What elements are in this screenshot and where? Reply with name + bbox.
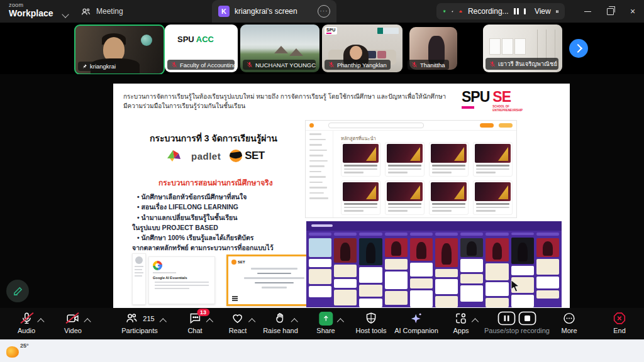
apps-button[interactable]: Apps xyxy=(453,311,469,334)
padlet-photo-card xyxy=(309,238,331,257)
padlet-card xyxy=(334,279,357,288)
padlet-card xyxy=(309,259,331,267)
apps-options-chevron[interactable] xyxy=(472,318,479,325)
more-icon xyxy=(563,312,576,325)
padlet-card xyxy=(309,286,331,297)
video-tile-yaowaree[interactable]: เยาวรี สินเจริญพาณิชย์ xyxy=(483,25,562,72)
course-card xyxy=(429,180,469,215)
mic-muted-icon xyxy=(411,61,418,69)
participants-count: 215 xyxy=(143,315,154,322)
chat-options-chevron[interactable] xyxy=(206,318,213,325)
participant-name: NUCHANAT YOUNGC... xyxy=(255,62,316,69)
video-tile-thanittha[interactable]: Thanittha xyxy=(405,25,462,72)
video-options-chevron[interactable] xyxy=(84,318,91,325)
tab-options-icon[interactable]: ··· xyxy=(318,5,330,18)
spu-se-logo: SPU SE SCHOOL OFENTREPRENEURSHIP xyxy=(462,90,523,112)
padlet-logo-text: padlet xyxy=(191,151,221,162)
padlet-card xyxy=(410,278,433,289)
host-tools-shield-icon xyxy=(364,312,377,325)
screen-tab-avatar: K xyxy=(218,6,230,17)
weather-temp: 25° xyxy=(20,343,29,349)
pause-recording-icon[interactable] xyxy=(497,311,516,326)
meeting-icon xyxy=(80,6,91,17)
audio-options-chevron[interactable] xyxy=(37,318,44,325)
stop-recording-icon[interactable] xyxy=(524,8,526,14)
close-button[interactable]: × xyxy=(622,0,643,23)
set-circle-icon xyxy=(230,150,242,162)
participants-options-chevron[interactable] xyxy=(160,318,167,325)
course-card-grid xyxy=(341,142,513,215)
next-participants-button[interactable] xyxy=(569,39,588,58)
share-options-chevron[interactable] xyxy=(336,318,343,325)
google-g-icon xyxy=(153,261,162,270)
course-card xyxy=(385,142,425,177)
workspace-chevron-icon[interactable] xyxy=(63,8,68,19)
video-button[interactable]: Video xyxy=(64,311,82,334)
screen-tab-label: kriangkrai's screen xyxy=(235,7,297,16)
share-button[interactable]: Share xyxy=(316,311,335,334)
video-tile-kriangkrai[interactable]: kriangkrai xyxy=(74,25,165,75)
course-card xyxy=(429,142,469,177)
mic-muted-icon xyxy=(247,61,253,69)
video-tile-nuchanat[interactable]: NUCHANAT YOUNGC... xyxy=(240,25,319,72)
ai-sparkle-icon[interactable] xyxy=(451,7,454,16)
mic-muted-icon xyxy=(328,61,335,69)
titlebar: zoom Workplace Meeting K kriangkrai's sc… xyxy=(0,0,644,23)
padlet-photo-card xyxy=(460,238,483,257)
participant-name: Faculty of Accounting ... xyxy=(180,62,235,69)
minimize-button[interactable] xyxy=(577,0,598,23)
raise-hand-button[interactable]: Raise hand xyxy=(263,311,298,334)
course-thumbnail xyxy=(475,144,511,163)
video-tile-phanthip[interactable]: SPU Phanthip Yangklan xyxy=(322,25,402,72)
padlet-card xyxy=(460,285,483,302)
taskbar-weather-widget[interactable]: 25° xyxy=(6,343,29,358)
set-cert-logo: SET xyxy=(231,260,317,265)
ai-companion-button[interactable]: AI Companion xyxy=(394,311,438,334)
padlet-photo-card xyxy=(334,238,357,263)
course-card xyxy=(385,180,425,215)
course-thumbnail xyxy=(387,182,423,201)
padlet-board-screenshot xyxy=(306,221,562,307)
react-button[interactable]: React xyxy=(229,311,247,334)
padlet-card xyxy=(435,269,458,277)
raise-hand-icon xyxy=(274,312,287,325)
react-options-chevron[interactable] xyxy=(248,318,255,325)
chat-button[interactable]: 13 Chat xyxy=(187,311,202,334)
workplace-logo-text: Workplace xyxy=(9,9,53,18)
raise-hand-options-chevron[interactable] xyxy=(291,318,298,325)
stop-recording-icon[interactable] xyxy=(518,311,536,326)
meeting-tab-label: Meeting xyxy=(96,7,123,16)
pause-recording-icon[interactable] xyxy=(514,8,519,14)
padlet-column xyxy=(309,233,331,307)
host-tools-button[interactable]: Host tools xyxy=(356,311,387,334)
annotate-button[interactable] xyxy=(6,280,29,302)
course-thumbnail xyxy=(431,182,467,201)
view-button[interactable]: View xyxy=(535,7,551,16)
padlet-column xyxy=(460,233,483,307)
view-grid-icon[interactable] xyxy=(556,8,558,15)
padlet-card xyxy=(385,291,408,305)
padlet-photo-card xyxy=(410,238,433,261)
padlet-column xyxy=(435,233,458,307)
audio-button[interactable]: Audio xyxy=(18,311,35,334)
chat-badge: 13 xyxy=(197,309,209,316)
participant-name: kriangkrai xyxy=(90,63,116,70)
tab-meeting[interactable]: Meeting xyxy=(80,0,123,23)
padlet-card xyxy=(385,272,408,289)
padlet-card xyxy=(435,296,458,307)
mic-muted-icon xyxy=(171,61,177,69)
apps-icon xyxy=(454,312,467,325)
security-shield-icon[interactable] xyxy=(443,6,446,16)
padlet-card xyxy=(460,259,483,272)
tab-shared-screen[interactable]: K kriangkrai's screen ··· xyxy=(212,0,336,23)
restore-button[interactable] xyxy=(599,0,621,23)
pause-stop-recording-button[interactable]: Pause/stop recording xyxy=(484,311,550,334)
padlet-card xyxy=(385,259,408,270)
padlet-card xyxy=(359,267,382,283)
ai-companion-icon xyxy=(409,312,423,326)
end-button[interactable]: End xyxy=(613,311,626,334)
more-button[interactable]: More xyxy=(561,311,577,334)
participants-button[interactable]: 215 Participants xyxy=(121,311,157,334)
padlet-photo-card xyxy=(359,238,382,266)
video-tile-faculty-of-accounting[interactable]: SPU ACC Faculty of Accounting ... xyxy=(165,25,238,72)
